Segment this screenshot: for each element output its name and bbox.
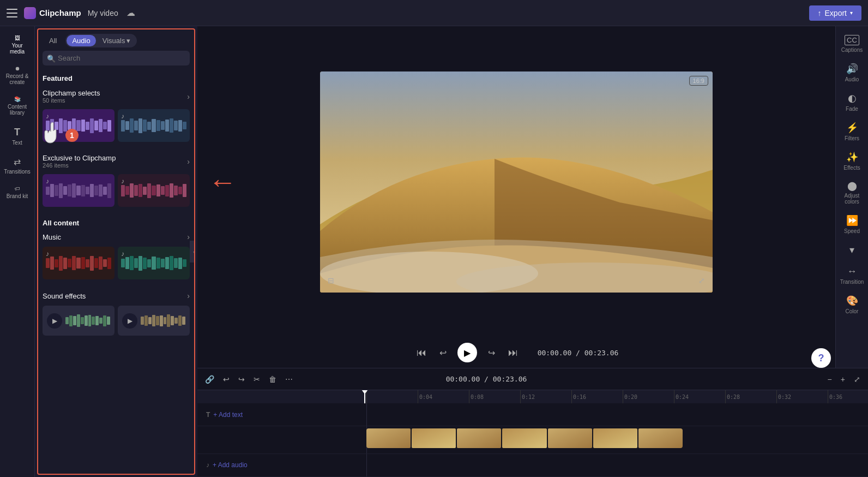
export-button[interactable]: ↑ Export ▾ bbox=[809, 5, 861, 21]
skip-to-start-button[interactable]: ⏮ bbox=[414, 345, 429, 361]
skip-to-end-button[interactable]: ⏭ bbox=[506, 345, 520, 361]
rewind-5s-button[interactable]: ↩ bbox=[437, 345, 449, 360]
right-sidebar-speed[interactable]: ⏩ Speed bbox=[837, 210, 867, 238]
right-sidebar-expand[interactable]: ▾ bbox=[837, 240, 867, 260]
panel-collapse-button[interactable]: ‹ bbox=[190, 241, 195, 263]
exclusive-track-card-2[interactable]: ♪ bbox=[118, 174, 190, 207]
video-track-content[interactable] bbox=[366, 426, 868, 453]
timeline-delete-button[interactable]: 🗑 bbox=[266, 373, 280, 386]
video-caption-toggle[interactable]: ⊟ bbox=[326, 274, 336, 287]
sidebar-label-content-library: Content library bbox=[4, 104, 31, 116]
timeline-magnet-button[interactable]: 🔗 bbox=[202, 373, 218, 386]
waveform-3 bbox=[43, 182, 114, 199]
search-input[interactable] bbox=[43, 51, 190, 65]
video-area: ← 2 bbox=[197, 26, 835, 337]
timeline-undo-button[interactable]: ↩ bbox=[220, 373, 233, 386]
right-sidebar-fade[interactable]: ◐ Fade bbox=[837, 88, 867, 116]
video-clip[interactable] bbox=[366, 428, 683, 448]
forward-5s-button[interactable]: ↪ bbox=[486, 345, 497, 360]
audio-track-content[interactable] bbox=[366, 454, 868, 476]
right-sidebar-audio[interactable]: 🔊 Audio bbox=[837, 58, 867, 87]
timeline-cut-button[interactable]: ✂ bbox=[250, 373, 263, 386]
search-bar: 🔍 bbox=[38, 51, 194, 70]
exclusive-count: 246 items bbox=[43, 162, 116, 169]
right-sidebar-captions[interactable]: CC Captions bbox=[837, 31, 867, 57]
ruler-mark-2: 0:08 bbox=[469, 390, 520, 403]
right-sidebar-color[interactable]: 🎨 Color bbox=[837, 290, 867, 319]
timeline-area: 🔗 ↩ ↪ ✂ 🗑 ⋯ 00:00.00 / 00:23.06 − + ⤢ bbox=[197, 368, 868, 477]
exclusive-title[interactable]: Exclusive to Clipchamp 246 items › bbox=[43, 151, 190, 172]
transition-label: Transition bbox=[840, 279, 864, 285]
right-sidebar-transition[interactable]: ↔ Transition bbox=[837, 261, 867, 289]
project-name[interactable]: My video bbox=[88, 9, 118, 17]
timeline-fit-button[interactable]: ⤢ bbox=[851, 373, 864, 386]
tab-visuals[interactable]: Visuals ▾ bbox=[97, 35, 136, 46]
timeline-ruler: 0:04 0:08 0:12 0:16 0:20 0:24 0:28 0:32 … bbox=[197, 390, 868, 403]
center-area: ← 2 bbox=[197, 26, 835, 368]
timeline-zoom-in-button[interactable]: + bbox=[837, 373, 848, 386]
right-sidebar-adjust-colors[interactable]: ⬤ Adjust colors bbox=[837, 176, 867, 209]
sidebar-item-transitions[interactable]: ⇄ Transitions bbox=[2, 152, 33, 179]
sound-effect-card-1[interactable]: ▶ bbox=[43, 306, 114, 336]
sidebar-item-record-create[interactable]: ⏺ Record & create bbox=[2, 61, 33, 90]
audio-track-label: ♪ + Add audio bbox=[197, 461, 366, 469]
music-note-icon-4: ♪ bbox=[121, 177, 124, 185]
text-track-label: T + Add text bbox=[197, 411, 366, 419]
sidebar-item-text[interactable]: T Text bbox=[2, 122, 33, 150]
export-icon: ↑ bbox=[818, 9, 822, 17]
clipchamp-selects-label: Clipchamp selects bbox=[43, 89, 100, 97]
music-track-card-2[interactable]: ♪ bbox=[118, 247, 190, 279]
clip-thumb-7 bbox=[638, 428, 683, 448]
captions-icon: CC bbox=[845, 35, 859, 45]
play-button[interactable]: ▶ bbox=[457, 343, 477, 362]
color-icon: 🎨 bbox=[846, 295, 858, 307]
sound-effects-title[interactable]: Sound effects › bbox=[43, 288, 190, 303]
sidebar-item-brand-kit[interactable]: 🏷 Brand kit bbox=[2, 181, 33, 204]
text-icon: T bbox=[14, 127, 20, 138]
tab-all[interactable]: All bbox=[43, 34, 63, 47]
audio-track-card-1[interactable]: ♪ bbox=[43, 109, 114, 142]
help-button[interactable]: ? bbox=[811, 348, 831, 368]
right-sidebar-filters[interactable]: ⚡ Filters bbox=[837, 117, 867, 146]
clipchamp-selects-title[interactable]: Clipchamp selects 50 items › bbox=[43, 86, 190, 107]
timeline-zoom: − + ⤢ bbox=[824, 373, 864, 386]
tab-audio[interactable]: Audio bbox=[67, 35, 95, 46]
timeline-zoom-out-button[interactable]: − bbox=[824, 373, 835, 386]
aspect-ratio-button[interactable]: 16:9 bbox=[689, 76, 708, 86]
playhead[interactable] bbox=[364, 390, 365, 403]
ruler-mark-3: 0:12 bbox=[520, 390, 571, 403]
sidebar-label-record-create: Record & create bbox=[4, 73, 31, 85]
exclusive-track-card-1[interactable]: ♪ bbox=[43, 174, 114, 207]
sidebar-label-text: Text bbox=[12, 140, 22, 146]
logo-area[interactable]: Clipchamp bbox=[24, 7, 81, 19]
timeline-time-display: 00:00.00 / 00:23.06 bbox=[446, 375, 527, 383]
timeline-redo-button[interactable]: ↪ bbox=[235, 373, 248, 386]
music-track-card-1[interactable]: ♪ bbox=[43, 247, 114, 279]
text-track-icon: T bbox=[206, 411, 210, 419]
timeline-more-button[interactable]: ⋯ bbox=[282, 373, 296, 386]
fullscreen-button[interactable]: ⤢ bbox=[696, 274, 707, 287]
sound-effects-section: Sound effects › ▶ bbox=[43, 288, 190, 336]
right-sidebar-effects[interactable]: ✨ Effects bbox=[837, 147, 867, 175]
exclusive-section: Exclusive to Clipchamp 246 items › ♪ bbox=[43, 151, 190, 207]
sidebar-item-content-library[interactable]: 📚 Content library bbox=[2, 92, 33, 120]
brand-kit-icon: 🏷 bbox=[15, 186, 20, 192]
transitions-icon: ⇄ bbox=[14, 157, 21, 167]
waveform-1 bbox=[43, 117, 114, 134]
audio-track-card-2[interactable]: ♪ bbox=[118, 109, 190, 142]
add-text-button[interactable]: + Add text bbox=[213, 411, 243, 419]
right-sidebar: CC Captions 🔊 Audio ◐ Fade ⚡ Filters ✨ bbox=[835, 26, 868, 368]
your-media-icon: 🖼 bbox=[15, 35, 20, 41]
text-track-content[interactable] bbox=[366, 403, 868, 426]
sidebar-item-your-media[interactable]: 🖼 Your media bbox=[2, 31, 33, 59]
ruler-mark-4: 0:16 bbox=[571, 390, 623, 403]
music-title[interactable]: Music › bbox=[43, 229, 190, 245]
timeline-content-wrapper: T + Add text bbox=[197, 403, 868, 477]
add-audio-button[interactable]: + Add audio bbox=[213, 461, 248, 469]
clipchamp-selects-tracks: ♪ bbox=[43, 109, 190, 142]
exclusive-tracks: ♪ bbox=[43, 174, 190, 207]
hamburger-icon[interactable] bbox=[7, 9, 17, 17]
sound-effect-card-2[interactable]: ▶ bbox=[118, 306, 190, 336]
audio-track-icon: ♪ bbox=[206, 461, 209, 469]
transition-icon: ↔ bbox=[847, 266, 857, 277]
